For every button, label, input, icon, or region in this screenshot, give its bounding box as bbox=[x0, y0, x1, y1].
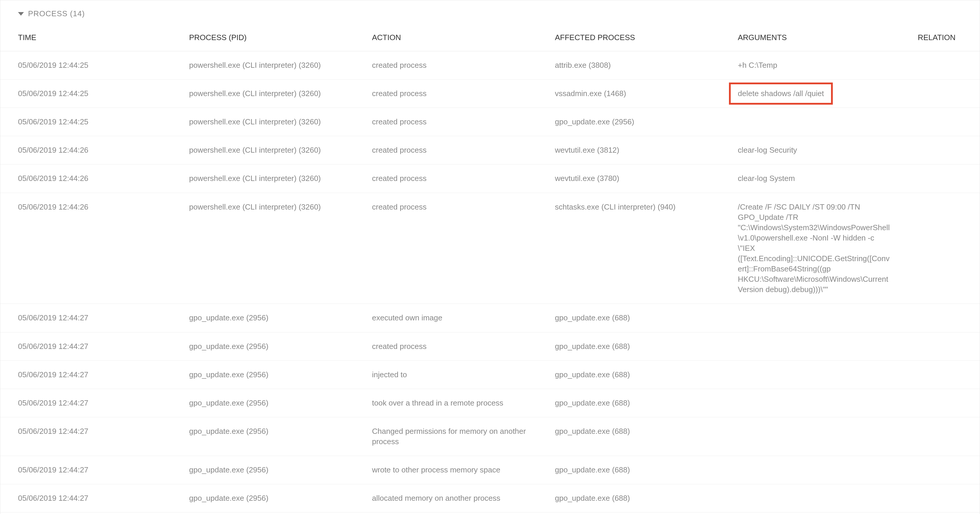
cell-relation bbox=[900, 484, 980, 502]
cell-process: gpo_update.exe (2956) bbox=[172, 332, 354, 360]
col-relation[interactable]: RELATION bbox=[900, 28, 980, 47]
table-row[interactable]: 05/06/2019 12:44:26powershell.exe (CLI i… bbox=[0, 136, 980, 165]
cell-arguments bbox=[720, 484, 900, 502]
cell-relation bbox=[900, 304, 980, 322]
cell-affected: vssadmin.exe (1468) bbox=[537, 79, 720, 108]
cell-time: 05/06/2019 12:44:27 bbox=[0, 484, 172, 512]
cell-arguments: delete shadows /all /quiet bbox=[720, 79, 900, 108]
table-row[interactable]: 05/06/2019 12:44:27gpo_update.exe (2956)… bbox=[0, 389, 980, 417]
section-header[interactable]: PROCESS (14) bbox=[0, 0, 980, 24]
cell-affected: attrib.exe (3808) bbox=[537, 51, 720, 79]
cell-affected: schtasks.exe (CLI interpreter) (940) bbox=[537, 193, 720, 221]
cell-process: gpo_update.exe (2956) bbox=[172, 361, 354, 389]
cell-time: 05/06/2019 12:44:27 bbox=[0, 389, 172, 417]
cell-arguments bbox=[720, 108, 900, 125]
cell-time: 05/06/2019 12:44:25 bbox=[0, 108, 172, 136]
cell-action: created process bbox=[354, 108, 537, 136]
caret-down-icon bbox=[18, 12, 24, 16]
cell-affected: gpo_update.exe (688) bbox=[537, 389, 720, 417]
cell-process: gpo_update.exe (2956) bbox=[172, 484, 354, 512]
cell-affected: gpo_update.exe (688) bbox=[537, 361, 720, 389]
cell-relation bbox=[900, 361, 980, 378]
cell-action: created process bbox=[354, 165, 537, 192]
cell-arguments: clear-log System bbox=[720, 165, 900, 192]
cell-time: 05/06/2019 12:44:25 bbox=[0, 79, 172, 108]
cell-process: gpo_update.exe (2956) bbox=[172, 389, 354, 417]
cell-arguments bbox=[720, 304, 900, 322]
col-process[interactable]: PROCESS (PID) bbox=[172, 28, 354, 47]
table-row[interactable]: 05/06/2019 12:44:27gpo_update.exe (2956)… bbox=[0, 332, 980, 361]
cell-process: gpo_update.exe (2956) bbox=[172, 304, 354, 332]
cell-relation bbox=[900, 108, 980, 125]
process-table-panel: PROCESS (14) TIME PROCESS (PID) ACTION A… bbox=[0, 0, 980, 514]
cell-process: gpo_update.exe (2956) bbox=[172, 456, 354, 484]
cell-relation bbox=[900, 136, 980, 154]
cell-time: 05/06/2019 12:44:27 bbox=[0, 456, 172, 484]
table-row[interactable]: 05/06/2019 12:44:25powershell.exe (CLI i… bbox=[0, 51, 980, 79]
cell-relation bbox=[900, 193, 980, 211]
table-row[interactable]: 05/06/2019 12:44:25powershell.exe (CLI i… bbox=[0, 79, 980, 108]
cell-process: powershell.exe (CLI interpreter) (3260) bbox=[172, 108, 354, 136]
cell-process: powershell.exe (CLI interpreter) (3260) bbox=[172, 79, 354, 108]
table-row[interactable]: 05/06/2019 12:44:25powershell.exe (CLI i… bbox=[0, 108, 980, 136]
table-row[interactable]: 05/06/2019 12:44:27gpo_update.exe (2956)… bbox=[0, 456, 980, 484]
cell-process: powershell.exe (CLI interpreter) (3260) bbox=[172, 51, 354, 79]
cell-affected: gpo_update.exe (688) bbox=[537, 417, 720, 445]
cell-affected: gpo_update.exe (688) bbox=[537, 484, 720, 512]
cell-arguments bbox=[720, 361, 900, 378]
table-row[interactable]: 05/06/2019 12:44:27gpo_update.exe (2956)… bbox=[0, 304, 980, 332]
cell-relation bbox=[900, 417, 980, 435]
table-body: 05/06/2019 12:44:25powershell.exe (CLI i… bbox=[0, 51, 980, 514]
cell-affected: wevtutil.exe (3812) bbox=[537, 136, 720, 164]
cell-arguments: "C:\Users\support\AppData\Local\Temp\gpo… bbox=[720, 512, 900, 514]
cell-arguments bbox=[720, 389, 900, 407]
cell-relation bbox=[900, 389, 980, 407]
table-row[interactable]: 05/06/2019 12:44:26powershell.exe (CLI i… bbox=[0, 193, 980, 304]
cell-arguments bbox=[720, 417, 900, 435]
cell-time: 05/06/2019 12:44:27 bbox=[0, 361, 172, 389]
cell-relation bbox=[900, 79, 980, 97]
col-action[interactable]: ACTION bbox=[354, 28, 537, 47]
cell-time: 05/06/2019 12:44:26 bbox=[0, 193, 172, 221]
table-row[interactable]: 05/06/2019 12:44:27gpo_update.exe (2956)… bbox=[0, 484, 980, 512]
cell-action: executed own image bbox=[354, 304, 537, 332]
cell-affected: wevtutil.exe (3780) bbox=[537, 165, 720, 192]
section-title: PROCESS (14) bbox=[28, 9, 85, 18]
cell-time: 05/06/2019 12:44:26 bbox=[0, 165, 172, 192]
cell-affected: gpo_update.exe (688) bbox=[537, 332, 720, 360]
cell-action: injected to bbox=[354, 361, 537, 389]
table-row[interactable]: 05/06/2019 12:44:26powershell.exe (CLI i… bbox=[0, 165, 980, 193]
table-header-row: TIME PROCESS (PID) ACTION AFFECTED PROCE… bbox=[0, 24, 980, 51]
col-arguments[interactable]: ARGUMENTS bbox=[720, 28, 900, 47]
cell-relation bbox=[900, 456, 980, 474]
cell-action: wrote to other process memory space bbox=[354, 456, 537, 484]
cell-time: 05/06/2019 12:44:27 bbox=[0, 304, 172, 332]
highlight-box: delete shadows /all /quiet bbox=[729, 82, 833, 105]
cell-process: powershell.exe (CLI interpreter) (3260) bbox=[172, 165, 354, 192]
cell-process: gpo_update.exe (2956) bbox=[172, 417, 354, 445]
col-affected[interactable]: AFFECTED PROCESS bbox=[537, 28, 720, 47]
cell-action: created process bbox=[354, 332, 537, 360]
cell-relation bbox=[900, 165, 980, 182]
cell-process: powershell.exe (CLI interpreter) (3260) bbox=[172, 136, 354, 164]
cell-action: Changed permissions for memory on anothe… bbox=[354, 417, 537, 456]
cell-affected: gpo_update.exe (688) bbox=[537, 456, 720, 484]
cell-arguments bbox=[720, 332, 900, 350]
cell-time: 05/06/2019 12:44:27 bbox=[0, 417, 172, 445]
cell-arguments bbox=[720, 456, 900, 474]
cell-action: allocated memory on another process bbox=[354, 484, 537, 512]
cell-action: took over a thread in a remote process bbox=[354, 389, 537, 417]
cell-affected: gpo_update.exe (688) bbox=[537, 304, 720, 332]
cell-arguments: +h C:\Temp bbox=[720, 51, 900, 79]
table-row[interactable]: 05/06/2019 12:44:27gpo_update.exe (2956)… bbox=[0, 361, 980, 389]
table-row[interactable]: 05/06/2019 12:45:00gpo_update.exe (2956)… bbox=[0, 512, 980, 514]
cell-action: created process bbox=[354, 193, 537, 221]
cell-action: created process bbox=[354, 79, 537, 108]
col-time[interactable]: TIME bbox=[0, 28, 172, 47]
cell-affected: wordpad.exe (4048) bbox=[537, 512, 720, 514]
table-row[interactable]: 05/06/2019 12:44:27gpo_update.exe (2956)… bbox=[0, 417, 980, 456]
cell-affected: gpo_update.exe (2956) bbox=[537, 108, 720, 136]
cell-time: 05/06/2019 12:44:25 bbox=[0, 51, 172, 79]
cell-relation bbox=[900, 512, 980, 514]
cell-time: 05/06/2019 12:45:00 bbox=[0, 512, 172, 514]
